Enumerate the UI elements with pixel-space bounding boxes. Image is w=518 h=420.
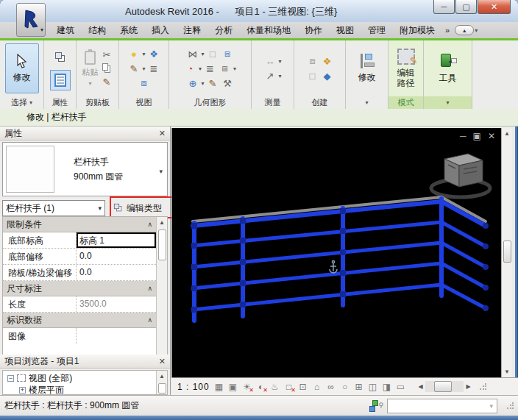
tab-collaborate[interactable]: 协作 (298, 23, 329, 38)
linework-brush-icon[interactable]: ✎ (127, 63, 140, 75)
visual-style-icon[interactable]: ▣ (227, 380, 239, 394)
section-dimensions[interactable]: 尺寸标注 ∧ (3, 281, 156, 296)
scroll-up-icon[interactable]: ▲ (157, 371, 168, 382)
match-type-icon[interactable]: ✎ (101, 76, 113, 88)
caret-down-icon[interactable]: ▾ (278, 73, 281, 79)
scroll-thumb[interactable] (434, 381, 452, 392)
scroll-thumb[interactable] (158, 383, 166, 394)
tab-massing-site[interactable]: 体量和场地 (240, 23, 297, 38)
resize-grip[interactable] (506, 402, 514, 410)
section-identity-data[interactable]: 标识数据 ∧ (3, 313, 156, 328)
project-browser-header[interactable]: 项目浏览器 - 项目1 ✕ (0, 355, 170, 369)
apply-coping-icon[interactable]: □ (207, 48, 219, 60)
temporary-view-properties-icon[interactable]: ⊞ (352, 380, 365, 394)
caret-down-icon[interactable]: ▾ (201, 51, 204, 57)
type-selector-caret-icon[interactable]: ▾ (159, 168, 163, 175)
view-minimize-icon[interactable]: ─ (460, 131, 466, 141)
temporary-hide-isolate-icon[interactable]: ∞ (324, 380, 337, 394)
collapse-icon[interactable]: − (7, 375, 14, 382)
split-face-icon[interactable]: ◔ (184, 63, 196, 75)
railing-3d[interactable] (191, 197, 489, 321)
panel-select-label[interactable]: 选择▾ (0, 96, 43, 109)
viewport-hscrollbar[interactable]: ◀ ▶ (416, 381, 473, 392)
ribbon-collapse-caret-icon[interactable]: ▾ (475, 27, 478, 34)
tab-overflow-icon[interactable]: » (442, 26, 451, 35)
instance-filter-select[interactable]: 栏杆扶手 (1) ▾ (2, 200, 105, 216)
default-3d-view-icon[interactable]: ⧈ (138, 77, 150, 90)
modify-mode-button[interactable]: 修改 (350, 43, 384, 93)
caret-down-icon[interactable]: ▾ (233, 65, 236, 72)
reveal-hidden-icon[interactable]: ○ (338, 380, 351, 394)
scroll-thumb[interactable] (158, 229, 166, 260)
scroll-up-icon[interactable]: ▲ (157, 217, 168, 228)
paste-icon[interactable] (85, 51, 96, 65)
type-properties-button[interactable] (50, 47, 71, 68)
properties-scrollbar[interactable]: ▲ ▼ (156, 217, 167, 375)
base-level-value[interactable]: 标高 1 (77, 232, 156, 248)
caret-down-icon[interactable]: ▾ (201, 80, 204, 87)
chevron-up-icon[interactable]: ∧ (147, 223, 152, 227)
unjoin-icon[interactable]: ⧈ (219, 63, 231, 75)
paste-button-label[interactable]: 粘贴 (82, 67, 99, 78)
tree-item-views[interactable]: − 视图 (全部) (3, 372, 156, 384)
modify-tool-button[interactable]: 修改 (5, 43, 39, 93)
title-bar[interactable]: Autodesk Revit 2016 - 项目1 - 三维视图: {三维} ─… (0, 0, 518, 22)
panel-modify-caret[interactable]: ▾ (346, 96, 388, 109)
create-group-icon[interactable]: ⧈ (306, 55, 319, 68)
tab-structure[interactable]: 结构 (82, 23, 113, 38)
chevron-up-icon[interactable]: ∧ (147, 318, 152, 322)
minimize-button[interactable]: ─ (433, 0, 455, 14)
edit-path-button[interactable]: ✎ 编辑路径 (391, 43, 420, 93)
tab-architecture[interactable]: 建筑 (50, 23, 81, 38)
tools-button[interactable]: ◂ 工具 (431, 43, 465, 93)
project-browser-close-icon[interactable]: ✕ (159, 357, 166, 366)
demolish-icon[interactable]: ≣ (204, 63, 216, 75)
caret-down-icon[interactable]: ▾ (199, 65, 202, 72)
tab-analyze[interactable]: 分析 (208, 23, 239, 38)
cut-icon[interactable]: ✂ (101, 49, 113, 61)
viewport-vscrollbar[interactable]: ▲ ▼ (501, 128, 512, 377)
scroll-up-icon[interactable]: ▲ (502, 128, 513, 139)
hammer-icon[interactable]: ⚒ (221, 77, 234, 90)
create-parts-icon[interactable]: ◆ (321, 70, 333, 82)
detail-level-icon[interactable]: ▦ (213, 380, 225, 394)
section-constraints[interactable]: 限制条件 ∧ (3, 217, 156, 232)
tree-item-floor-plans[interactable]: + 楼层平面 (3, 384, 156, 396)
thin-lines-icon[interactable]: ≣ (148, 63, 160, 75)
ribbon-collapse-button[interactable]: ▲ (455, 25, 474, 35)
displacement-icon[interactable]: ◨ (380, 380, 393, 394)
create-similar-icon[interactable]: ❖ (321, 55, 333, 68)
maximize-button[interactable]: ▢ (455, 0, 477, 14)
scroll-thumb[interactable] (503, 241, 511, 263)
tab-annotate[interactable]: 注释 (177, 23, 207, 38)
render-icon[interactable]: ❖ (148, 48, 160, 60)
show-crop-region-icon[interactable]: ⊡ (297, 380, 309, 394)
view-close-icon[interactable]: ✕ (488, 131, 495, 141)
properties-close-icon[interactable]: ✕ (159, 129, 166, 138)
base-offset-value[interactable]: 0.0 (77, 249, 156, 264)
expand-icon[interactable]: + (19, 387, 26, 394)
join-icon[interactable]: ⊕ (186, 77, 199, 90)
measure-aligned-icon[interactable]: ↔ (263, 55, 276, 68)
locked-orientation-icon[interactable]: ⌂ (311, 380, 323, 394)
sun-path-icon[interactable]: ☀ (241, 380, 253, 394)
caret-down-icon[interactable]: ▾ (278, 58, 281, 65)
tab-manage[interactable]: 管理 (361, 23, 392, 38)
properties-palette-button[interactable] (50, 70, 71, 90)
design-options-select[interactable]: ▾ (387, 399, 497, 413)
type-selector[interactable]: 栏杆扶手 900mm 圆管 ▾ (2, 142, 168, 196)
crop-view-icon[interactable]: □ (283, 380, 295, 394)
scroll-left-icon[interactable]: ◀ (416, 381, 425, 392)
caret-down-icon[interactable]: ▾ (142, 51, 145, 57)
copy-icon[interactable] (102, 63, 108, 71)
panel-tools-caret[interactable]: ▾ (424, 96, 472, 109)
browser-scrollbar[interactable]: ▲ (156, 371, 167, 394)
wall-joins-icon[interactable]: ⧈ (221, 48, 234, 60)
show-rendering-icon[interactable]: ♨ (269, 380, 281, 394)
scroll-right-icon[interactable]: ▶ (464, 381, 473, 392)
shadows-icon[interactable]: ◐ (255, 380, 267, 394)
scroll-down-icon[interactable]: ▼ (502, 366, 513, 377)
resize-grip[interactable] (479, 383, 486, 391)
tab-systems[interactable]: 系统 (113, 23, 144, 38)
view-cube[interactable] (431, 154, 490, 197)
